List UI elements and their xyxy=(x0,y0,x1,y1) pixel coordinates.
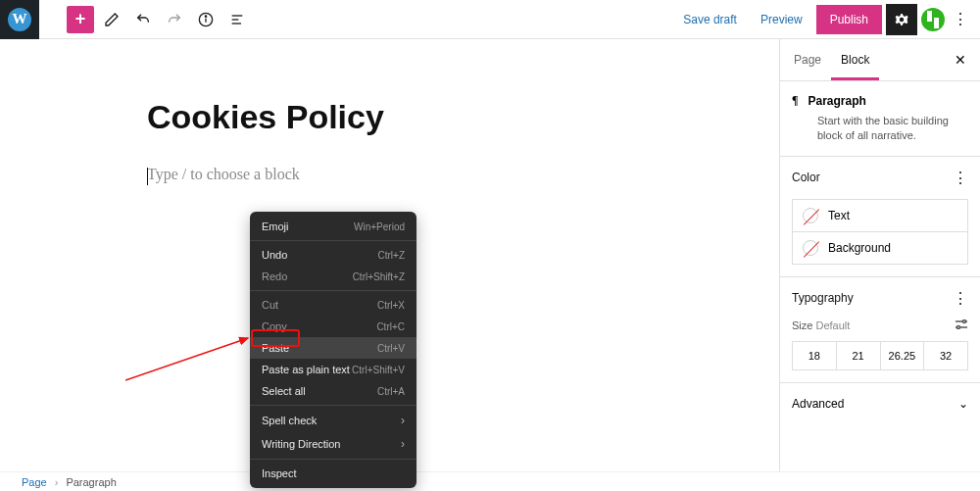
size-opt-0[interactable]: 18 xyxy=(793,342,837,369)
ctx-separator xyxy=(250,405,416,406)
ctx-cut-shortcut: Ctrl+X xyxy=(377,300,405,311)
save-draft-button[interactable]: Save draft xyxy=(673,7,747,32)
ctx-undo[interactable]: UndoCtrl+Z xyxy=(250,244,416,266)
block-placeholder[interactable]: Type / to choose a block xyxy=(147,166,779,183)
typography-title: Typography xyxy=(792,291,854,305)
size-default: Default xyxy=(815,319,850,331)
context-menu: EmojiWin+Period UndoCtrl+Z RedoCtrl+Shif… xyxy=(250,212,416,488)
ctx-emoji[interactable]: EmojiWin+Period xyxy=(250,216,416,237)
ctx-paste-shortcut: Ctrl+V xyxy=(377,343,405,354)
preview-button[interactable]: Preview xyxy=(751,7,812,32)
ctx-undo-label: Undo xyxy=(262,249,287,261)
chevron-down-icon: ⌄ xyxy=(958,397,968,411)
info-icon[interactable] xyxy=(192,6,220,33)
add-block-button[interactable]: + xyxy=(67,6,94,33)
typography-options-button[interactable]: ⋮ xyxy=(953,289,968,308)
ctx-separator xyxy=(250,290,416,291)
jetpack-icon[interactable] xyxy=(921,8,945,31)
tab-page[interactable]: Page xyxy=(784,39,831,80)
size-opt-1[interactable]: 21 xyxy=(837,342,881,369)
editor-canvas[interactable]: Cookies Policy Type / to choose a block … xyxy=(0,39,779,471)
ctx-select-all-label: Select all xyxy=(262,385,306,397)
size-opt-3[interactable]: 32 xyxy=(924,342,967,369)
size-label: Size xyxy=(792,319,812,331)
color-section: Color⋮ Text Background xyxy=(780,157,980,277)
toolbar-right: Save draft Preview Publish ⋮ xyxy=(673,4,972,35)
settings-button[interactable] xyxy=(886,4,917,35)
svg-line-6 xyxy=(125,338,248,380)
advanced-label: Advanced xyxy=(792,397,844,411)
annotation-arrow xyxy=(125,304,263,382)
paragraph-icon: ¶ xyxy=(792,93,798,108)
ctx-redo-shortcut: Ctrl+Shift+Z xyxy=(353,271,405,282)
swatch-icon xyxy=(803,240,818,256)
ctx-select-all[interactable]: Select allCtrl+A xyxy=(250,380,416,402)
ctx-cut-label: Cut xyxy=(262,299,278,311)
redo-icon[interactable] xyxy=(161,6,188,33)
ctx-paste-plain-shortcut: Ctrl+Shift+V xyxy=(352,365,405,375)
svg-point-2 xyxy=(205,16,206,17)
wordpress-logo[interactable]: W xyxy=(0,0,39,39)
ctx-separator xyxy=(250,459,416,460)
workspace: Cookies Policy Type / to choose a block … xyxy=(0,39,980,471)
breadcrumb: Page › Paragraph xyxy=(0,471,980,491)
settings-sidebar: Page Block ✕ ¶ Paragraph Start with the … xyxy=(779,39,980,471)
ctx-cut[interactable]: CutCtrl+X xyxy=(250,294,416,316)
color-title: Color xyxy=(792,171,820,184)
ctx-spell-label: Spell check xyxy=(262,415,317,426)
breadcrumb-root[interactable]: Page xyxy=(22,476,47,488)
ctx-paste-plain[interactable]: Paste as plain textCtrl+Shift+V xyxy=(250,359,416,380)
ctx-copy-shortcut: Ctrl+C xyxy=(376,321,405,332)
close-sidebar-button[interactable]: ✕ xyxy=(945,42,976,77)
svg-point-10 xyxy=(957,325,960,328)
page-title[interactable]: Cookies Policy xyxy=(147,98,779,136)
text-color-label: Text xyxy=(828,209,850,222)
block-info: ¶ Paragraph Start with the basic buildin… xyxy=(780,81,980,157)
edit-icon[interactable] xyxy=(98,6,125,33)
ctx-inspect[interactable]: Inspect xyxy=(250,463,416,484)
publish-button[interactable]: Publish xyxy=(816,5,882,34)
ctx-spell-check[interactable]: Spell check xyxy=(250,409,416,432)
color-options-button[interactable]: ⋮ xyxy=(953,169,968,187)
ctx-emoji-shortcut: Win+Period xyxy=(354,221,405,232)
ctx-copy[interactable]: CopyCtrl+C xyxy=(250,316,416,337)
ctx-separator xyxy=(250,240,416,241)
outline-icon[interactable] xyxy=(223,6,251,33)
ctx-paste-label: Paste xyxy=(262,342,289,354)
block-name: Paragraph xyxy=(808,94,865,108)
toolbar-left: W + xyxy=(0,0,251,39)
ctx-undo-shortcut: Ctrl+Z xyxy=(378,250,406,261)
undo-icon[interactable] xyxy=(129,6,157,33)
background-color-picker[interactable]: Background xyxy=(792,232,968,265)
ctx-writing-label: Writing Direction xyxy=(262,438,341,450)
breadcrumb-separator: › xyxy=(55,476,59,488)
ctx-copy-label: Copy xyxy=(262,320,287,332)
advanced-section[interactable]: Advanced ⌄ xyxy=(780,383,980,424)
ctx-writing-direction[interactable]: Writing Direction xyxy=(250,432,416,456)
swatch-icon xyxy=(803,208,818,223)
ctx-inspect-label: Inspect xyxy=(262,467,296,479)
ctx-redo-label: Redo xyxy=(262,270,287,282)
svg-point-8 xyxy=(963,319,966,322)
ctx-select-all-shortcut: Ctrl+A xyxy=(377,386,405,397)
ctx-paste-plain-label: Paste as plain text xyxy=(262,364,350,375)
breadcrumb-current[interactable]: Paragraph xyxy=(66,476,116,488)
size-toggle-icon[interactable] xyxy=(955,319,968,331)
ctx-paste[interactable]: PasteCtrl+V xyxy=(250,337,416,359)
sidebar-tabs: Page Block ✕ xyxy=(780,39,980,81)
ctx-emoji-label: Emoji xyxy=(262,221,289,232)
typography-section: Typography⋮ Size Default 18 21 26.25 32 xyxy=(780,277,980,383)
top-toolbar: W + Save draft Preview Publish ⋮ xyxy=(0,0,980,39)
tab-block[interactable]: Block xyxy=(831,39,879,80)
font-size-options: 18 21 26.25 32 xyxy=(792,341,968,370)
size-opt-2[interactable]: 26.25 xyxy=(881,342,925,369)
more-menu-button[interactable]: ⋮ xyxy=(949,4,972,35)
ctx-redo[interactable]: RedoCtrl+Shift+Z xyxy=(250,266,416,287)
block-description: Start with the basic building block of a… xyxy=(792,114,968,144)
bg-color-label: Background xyxy=(828,241,891,255)
text-color-picker[interactable]: Text xyxy=(792,199,968,232)
